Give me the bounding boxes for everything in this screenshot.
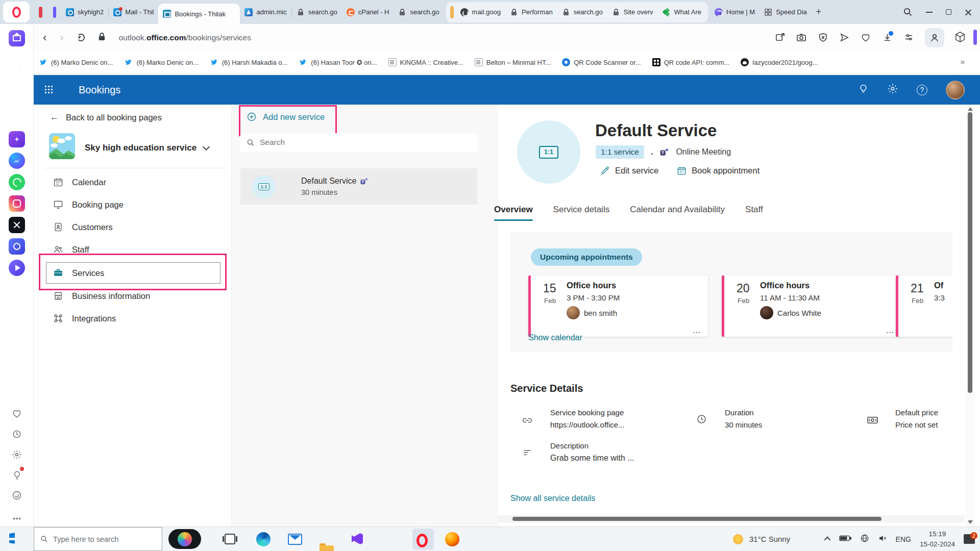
new-tab-button[interactable]: + (812, 5, 826, 19)
vertical-scrollbar-thumb[interactable] (968, 112, 972, 393)
language-indicator[interactable]: ENG (896, 535, 911, 543)
firefox-icon[interactable] (445, 532, 459, 546)
account-avatar[interactable] (946, 81, 965, 99)
appointment-card[interactable]: 21 Feb Of 3:3 (896, 276, 952, 337)
tab-island-pill-red[interactable] (39, 7, 42, 18)
bookmarks-overflow-button[interactable]: » (961, 57, 965, 66)
tab-island-pill-orange[interactable] (450, 6, 454, 18)
service-search-box[interactable] (240, 133, 477, 152)
bookmark-heart-icon[interactable] (861, 33, 871, 43)
app-launcher-waffle-icon[interactable] (45, 86, 53, 94)
sidebar-item-business-information[interactable]: Business information (53, 287, 150, 305)
sidebar-item-customers[interactable]: Customers (53, 218, 113, 236)
bookmark-item[interactable]: (6) Marko Denic on... (39, 58, 113, 67)
network-icon[interactable] (860, 534, 869, 545)
business-selector[interactable]: Sky high education service (85, 139, 228, 157)
browser-tab-skyhigh2[interactable]: skyhigh2 (61, 0, 108, 24)
url-text[interactable]: outlook.office.com/bookings/services (119, 33, 251, 42)
card-more-button[interactable]: ... (693, 326, 701, 335)
bookmark-item[interactable]: (6) Harsh Makadia o... (210, 58, 288, 67)
service-list-item-default[interactable]: 1:1 Default Service 30 minutes (240, 168, 477, 205)
browser-tab-home[interactable]: Home | M (710, 0, 760, 24)
mail-icon[interactable] (288, 534, 302, 545)
bookmark-item[interactable]: Belton – Minimal HT... (475, 58, 551, 66)
opera-menu-button[interactable] (3, 2, 30, 22)
messenger-icon[interactable] (9, 153, 25, 169)
bookmark-item[interactable]: (6) Hasan Toor ✪ on... (299, 58, 377, 67)
forward-icon[interactable]: › (60, 31, 63, 44)
tab-search-icon[interactable] (903, 7, 913, 17)
profile-button[interactable] (925, 28, 944, 47)
start-button[interactable] (9, 532, 21, 544)
edit-service-button[interactable]: Edit service (600, 166, 658, 176)
bookmark-item[interactable]: QR Code Scanner or... (562, 58, 641, 66)
padlock-icon[interactable] (98, 32, 106, 43)
downloads-icon[interactable] (882, 33, 892, 43)
bookmark-item[interactable]: QR code API: comm... (652, 58, 730, 66)
business-logo-thumbnail[interactable] (49, 133, 75, 159)
restore-button[interactable] (946, 9, 951, 15)
tab-overview[interactable]: Overview (494, 205, 533, 221)
task-view-button[interactable] (225, 534, 235, 544)
browser-tab-cpanel[interactable]: cPanel - H (342, 0, 394, 24)
home-icon[interactable] (9, 30, 25, 46)
browser-tab-admin[interactable]: admin.mic (240, 0, 291, 24)
x-twitter-icon[interactable] (9, 217, 25, 233)
sidebar-item-calendar[interactable]: Calendar (53, 173, 106, 191)
browser-tab-search-1[interactable]: search.go (292, 0, 342, 24)
visual-studio-icon[interactable] (350, 532, 364, 546)
horizontal-scrollbar[interactable] (498, 515, 965, 522)
tab-calendar-availability[interactable]: Calendar and Availability (630, 205, 725, 221)
file-explorer-icon[interactable] (320, 545, 334, 551)
browser-tab-mail[interactable]: Mail - Thil (109, 0, 158, 24)
send-icon[interactable] (839, 33, 849, 43)
taskbar-search-box[interactable] (34, 527, 162, 551)
history-icon[interactable] (9, 426, 25, 442)
weather-widget[interactable]: 31°C Sunny (733, 527, 790, 551)
amazon-app-icon[interactable] (9, 487, 25, 504)
tips-bulb-icon[interactable] (9, 467, 25, 483)
camera-icon[interactable] (796, 33, 806, 43)
aria-panel-handle[interactable] (973, 30, 977, 45)
edge-icon[interactable] (256, 532, 271, 546)
app-tile-icon[interactable] (9, 238, 25, 255)
sidebar-item-integrations[interactable]: Integrations (53, 310, 116, 327)
clock-widget[interactable]: 15:19 15-02-2024 (920, 529, 955, 549)
settings-gear-icon[interactable] (887, 83, 898, 96)
likes-heart-icon[interactable] (9, 406, 25, 422)
settings-gear-icon[interactable] (9, 446, 25, 463)
scroll-down-arrow[interactable] (968, 520, 973, 524)
play-app-icon[interactable] (9, 260, 25, 276)
show-all-service-details-link[interactable]: Show all service details (510, 494, 595, 503)
tab-staff[interactable]: Staff (745, 205, 763, 221)
browser-tab-gmail[interactable]: mail.goog (456, 0, 505, 24)
opera-taskbar-active-tile[interactable] (412, 529, 434, 550)
search-highlights-button[interactable] (168, 529, 201, 549)
whats-new-bulb-icon[interactable] (858, 84, 869, 96)
sidebar-item-booking-page[interactable]: Booking page (53, 196, 124, 213)
vertical-scrollbar[interactable] (966, 105, 974, 527)
browser-tab-speed-dial[interactable]: Speed Dia (760, 0, 812, 24)
shield-block-icon[interactable] (818, 33, 828, 43)
more-ellipsis-icon[interactable]: ... (9, 508, 25, 524)
taskbar-search-input[interactable] (53, 535, 156, 543)
search-input[interactable] (260, 138, 471, 147)
instagram-icon[interactable] (9, 195, 25, 212)
notification-center-icon[interactable]: 2 (964, 534, 975, 544)
browser-tab-performance[interactable]: Performan (505, 0, 557, 24)
bookmarks-star-icon[interactable] (9, 56, 25, 72)
minimize-button[interactable] (926, 12, 933, 13)
tab-service-details[interactable]: Service details (553, 205, 610, 221)
browser-tab-search-3[interactable]: search.go (557, 0, 607, 24)
snapshot-icon[interactable] (775, 33, 785, 43)
card-more-button[interactable]: ... (886, 326, 894, 335)
browser-tab-site-overview[interactable]: Site overv (607, 0, 658, 24)
bookmark-item[interactable]: KINGMA :: Creative... (388, 58, 463, 66)
help-icon[interactable]: ? (917, 85, 927, 95)
back-to-booking-pages-link[interactable]: ← Back to all booking pages (50, 109, 162, 126)
back-icon[interactable]: ‹ (43, 31, 46, 44)
extensions-sliders-icon[interactable] (903, 33, 914, 43)
tray-expand-icon[interactable] (824, 537, 830, 543)
reload-icon[interactable] (77, 34, 85, 41)
browser-tab-search-2[interactable]: search.go (394, 0, 444, 24)
